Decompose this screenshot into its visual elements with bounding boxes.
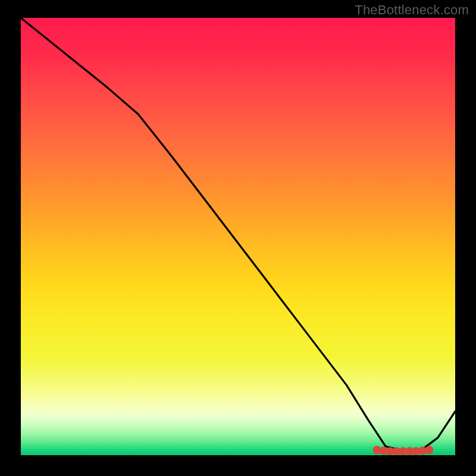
bottleneck-curve	[21, 18, 455, 451]
watermark-text: TheBottleneck.com	[355, 2, 469, 18]
chart-frame: TheBottleneck.com	[0, 0, 476, 476]
plot-area	[21, 18, 455, 455]
chart-overlay	[21, 18, 455, 455]
optimal-band-markers	[373, 446, 434, 455]
optimal-marker	[425, 446, 433, 454]
